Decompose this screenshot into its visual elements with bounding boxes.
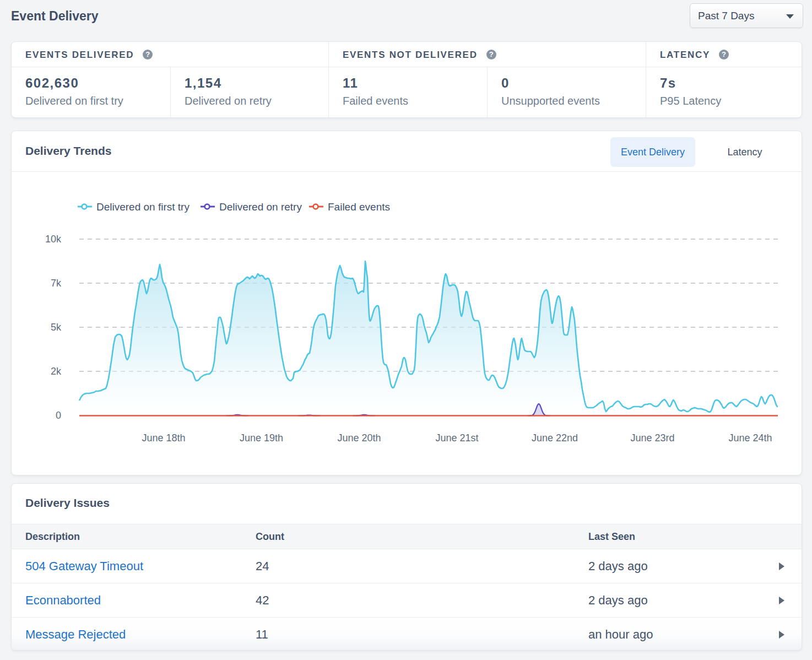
- svg-text:June 20th: June 20th: [337, 432, 381, 443]
- svg-text:7k: 7k: [51, 278, 62, 289]
- svg-text:June 22nd: June 22nd: [532, 432, 578, 443]
- svg-text:June 19th: June 19th: [240, 432, 283, 443]
- svg-text:June 24th: June 24th: [728, 432, 772, 443]
- svg-text:10k: 10k: [45, 234, 62, 245]
- svg-text:0: 0: [56, 410, 61, 421]
- svg-text:Delivered on first try: Delivered on first try: [96, 201, 190, 213]
- svg-text:Failed events: Failed events: [328, 201, 390, 213]
- svg-text:2k: 2k: [51, 366, 62, 377]
- svg-text:5k: 5k: [51, 322, 62, 333]
- svg-text:Delivered on retry: Delivered on retry: [219, 201, 302, 213]
- svg-text:June 21st: June 21st: [435, 432, 478, 443]
- svg-text:June 23rd: June 23rd: [630, 432, 674, 443]
- svg-text:June 18th: June 18th: [142, 432, 185, 443]
